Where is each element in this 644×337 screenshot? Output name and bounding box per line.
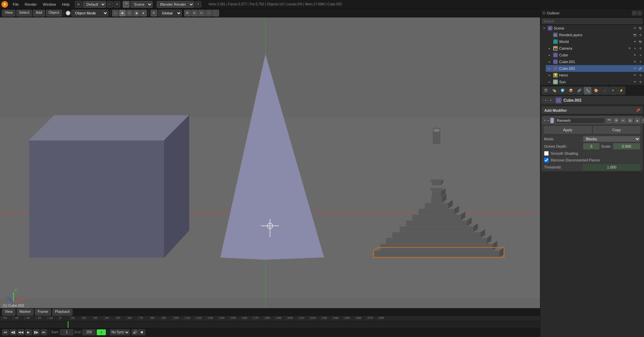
- texture-btn[interactable]: ⬡: [126, 10, 133, 16]
- outliner-item-cube[interactable]: ▸ □ Cube 👁 ✦: [546, 52, 644, 58]
- remove-screen-icon[interactable]: ✕: [114, 1, 120, 7]
- hemi-expand[interactable]: ▸: [547, 73, 552, 78]
- snap-btn[interactable]: ⊟: [191, 10, 198, 16]
- cam-settings[interactable]: ⚙: [638, 46, 643, 51]
- tl-playback-btn[interactable]: Playback: [52, 309, 73, 316]
- sync-select[interactable]: No Sync: [110, 329, 130, 335]
- tab-scene[interactable]: 🎭: [550, 87, 558, 95]
- cube002-link[interactable]: 🔗: [638, 66, 643, 71]
- screen-select[interactable]: Default: [83, 1, 106, 8]
- pivot-btn[interactable]: ⊕: [151, 10, 157, 16]
- tab-texture[interactable]: ⬚: [600, 87, 608, 95]
- material-btn[interactable]: ◑: [133, 10, 140, 16]
- mod-eye-icon[interactable]: 👁: [613, 117, 619, 124]
- vp-view-btn[interactable]: View: [2, 10, 15, 16]
- scale-value[interactable]: 0.900: [613, 143, 640, 150]
- tab-physics[interactable]: ⚡: [617, 87, 625, 95]
- prop-btn[interactable]: ◎: [198, 10, 205, 16]
- menu-help[interactable]: Help: [59, 2, 72, 7]
- outliner-item-cube001[interactable]: ▸ □ Cube.001 👁 ✦: [546, 58, 644, 65]
- scene-expand[interactable]: ▾: [542, 26, 546, 31]
- apply-button[interactable]: Apply: [544, 126, 592, 134]
- rl-expand[interactable]: [547, 33, 552, 37]
- tab-particles[interactable]: ✦: [609, 87, 617, 95]
- tl-start-field[interactable]: [60, 329, 73, 335]
- cam-restrict-view[interactable]: 👁: [627, 46, 632, 51]
- solid-btn[interactable]: ■: [119, 10, 126, 16]
- tl-view-btn[interactable]: View: [2, 309, 15, 316]
- outliner-item-cube002[interactable]: ▸ □ Cube.002 👁 🔗: [546, 65, 644, 72]
- tl-audio-btn[interactable]: 🔊: [131, 329, 138, 335]
- scene-select[interactable]: Scene: [130, 1, 153, 8]
- camera-btn[interactable]: 🎥: [212, 10, 219, 16]
- mod-move-up-icon[interactable]: ▲: [634, 117, 640, 124]
- prop-header-icon-left[interactable]: ◂: [543, 98, 548, 103]
- mod-render-icon[interactable]: 📷: [606, 117, 612, 124]
- tab-modifier[interactable]: 🔧: [584, 87, 592, 95]
- tab-object[interactable]: 📦: [567, 87, 575, 95]
- outliner-zoom-out[interactable]: -: [637, 11, 642, 15]
- world-render-icon[interactable]: 📷: [638, 39, 643, 44]
- current-frame-indicator[interactable]: 1: [97, 329, 106, 335]
- rl-settings-icon[interactable]: ⚙: [638, 33, 643, 37]
- menu-render[interactable]: Render: [22, 2, 40, 7]
- tl-prev-keyframe[interactable]: ◀▮: [10, 329, 16, 335]
- prop-header-icon-right[interactable]: ▸: [549, 98, 553, 103]
- scene-restrict-view[interactable]: 👁: [633, 26, 637, 31]
- cam-restrict-sel[interactable]: ✦: [633, 46, 637, 51]
- tl-jump-end[interactable]: ⏭: [41, 329, 47, 335]
- 3d-scene[interactable]: User Persp: [0, 17, 540, 308]
- tl-frame-btn[interactable]: Frame: [35, 309, 51, 316]
- add-modifier-header[interactable]: Add Modifier 📌: [542, 106, 643, 114]
- modifier-name-input[interactable]: [555, 117, 605, 124]
- manip-btn[interactable]: ↔: [205, 10, 212, 16]
- tl-play-reverse[interactable]: ◀◀: [17, 329, 24, 335]
- wireframe-btn[interactable]: □: [112, 10, 119, 16]
- hemi-view[interactable]: 👁: [633, 73, 637, 78]
- outliner-item-camera[interactable]: ▸ 📷 Camera 👁 ✦ ⚙: [546, 45, 644, 52]
- mod-down-arrow[interactable]: ▾: [544, 119, 546, 122]
- vp-select-btn[interactable]: Select: [16, 10, 32, 16]
- mode-select[interactable]: Object Mode: [71, 10, 108, 16]
- cam-expand[interactable]: ▸: [547, 46, 552, 51]
- outliner-search[interactable]: [542, 18, 643, 24]
- outliner-item-renderlayers[interactable]: RL RenderLayers 📷 ⚙: [546, 32, 644, 38]
- add-screen-icon[interactable]: +: [107, 1, 113, 7]
- tl-next-keyframe[interactable]: ▮▶: [33, 329, 40, 335]
- world-view-icon[interactable]: 👁: [633, 39, 637, 44]
- tab-render[interactable]: 🎬: [542, 87, 550, 95]
- cube001-view[interactable]: 👁: [633, 59, 637, 64]
- threshold-value[interactable]: 1.000: [583, 164, 640, 171]
- sun-settings[interactable]: ⚙: [638, 80, 643, 84]
- octree-depth-value[interactable]: 5: [583, 143, 600, 150]
- render-btn[interactable]: ●: [140, 10, 147, 16]
- engine-settings-icon[interactable]: ▾: [195, 1, 201, 7]
- outliner-zoom-in[interactable]: +: [632, 11, 637, 15]
- mode-select-input[interactable]: Blocks Smooth Sharp: [583, 136, 640, 142]
- menu-window[interactable]: Window: [40, 2, 59, 7]
- engine-select[interactable]: Blender Render: [157, 1, 194, 8]
- sun-view[interactable]: 👁: [633, 80, 637, 84]
- cube-view[interactable]: 👁: [633, 53, 637, 57]
- mod-expand-icon[interactable]: ⊞: [627, 117, 633, 124]
- timeline-track[interactable]: [0, 321, 540, 328]
- scene-restrict-render[interactable]: 📷: [638, 26, 643, 31]
- remove-checkbox[interactable]: [544, 158, 549, 162]
- outliner-item-world[interactable]: 🌐 World 👁 📷: [546, 38, 644, 45]
- mode-value[interactable]: Blocks Smooth Sharp: [583, 136, 640, 142]
- outliner-item-hemi[interactable]: ▸ 💡 Hemi 👁 ⚙: [546, 72, 644, 79]
- copy-button[interactable]: Copy: [593, 126, 641, 134]
- transform-select[interactable]: Global: [158, 10, 182, 16]
- mod-left-arrow[interactable]: ◂: [547, 118, 549, 123]
- cube002-view[interactable]: 👁: [633, 66, 637, 71]
- tab-material[interactable]: 🎨: [592, 87, 600, 95]
- sun-expand[interactable]: ▸: [547, 80, 552, 84]
- tl-marker-btn[interactable]: Marker: [17, 309, 34, 316]
- tab-constraints[interactable]: 🔗: [575, 87, 583, 95]
- vp-object-btn[interactable]: Object: [46, 10, 62, 16]
- cube-sel[interactable]: ✦: [638, 53, 643, 57]
- mod-edit-icon[interactable]: ✏: [620, 117, 626, 124]
- section-pin-icon[interactable]: 📌: [636, 108, 640, 112]
- rl-camera-icon[interactable]: 📷: [633, 33, 637, 37]
- tl-play[interactable]: ▶: [25, 329, 32, 335]
